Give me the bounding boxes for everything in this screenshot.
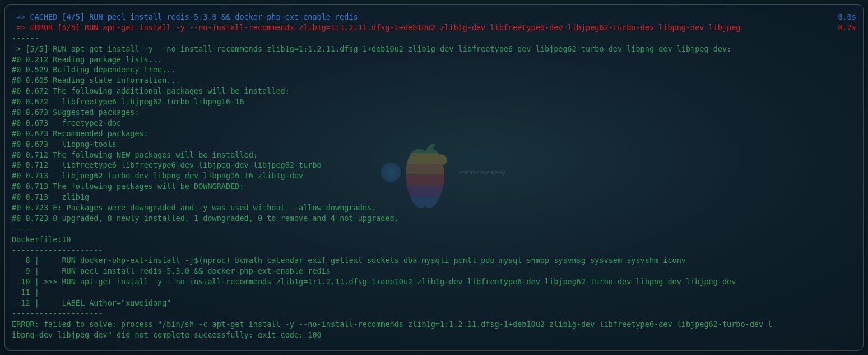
output-line: #0 0.723 0 upgraded, 8 newly installed, … [12, 213, 856, 224]
output-line: #0 0.672 libfreetype6 libjpeg62-turbo li… [12, 96, 856, 107]
output-line: #0 0.713 zlib1g [12, 192, 856, 202]
output-line: 11 | [12, 287, 856, 298]
output-line: #0 0.712 libfreetype6 libfreetype6-dev l… [12, 160, 856, 170]
output-line: #0 0.723 E: Packages were downgraded and… [12, 202, 856, 213]
output-line: Dockerfile:10 [12, 234, 856, 245]
output-line: ------ [12, 224, 856, 234]
output-line: ------ [12, 33, 856, 44]
cached-step-time: 0.0s [833, 12, 856, 22]
build-step-cached: => CACHED [4/5] RUN pecl install redis-5… [12, 12, 856, 22]
output-line: #0 0.673 Recommended packages: [12, 128, 856, 139]
output-line: -------------------- [12, 245, 856, 256]
error-step-text: ERROR [5/5] RUN apt-get install -y --no-… [30, 23, 741, 32]
output-line: #0 0.529 Building dependency tree... [12, 64, 856, 75]
terminal-output[interactable]: ------ > [5/5] RUN apt-get install -y --… [12, 33, 856, 340]
output-line: > [5/5] RUN apt-get install -y --no-inst… [12, 44, 856, 54]
output-line: -------------------- [12, 308, 856, 319]
output-line: ERROR: failed to solve: process "/bin/sh… [12, 319, 856, 330]
cached-step-text: CACHED [4/5] RUN pecl install redis-5.3.… [30, 12, 358, 21]
output-line: #0 0.713 libjpeg62-turbo-dev libpng-dev … [12, 170, 856, 181]
output-line: #0 0.605 Reading state information... [12, 75, 856, 86]
output-line: #0 0.673 libpng-tools [12, 139, 856, 150]
output-line: #0 0.212 Reading package lists... [12, 54, 856, 65]
build-step-error: => ERROR [5/5] RUN apt-get install -y --… [12, 22, 856, 33]
error-step-time: 0.7s [833, 22, 856, 33]
output-line: 8 | RUN docker-php-ext-install -j$(nproc… [12, 255, 856, 266]
terminal-window[interactable]: => CACHED [4/5] RUN pecl install redis-5… [4, 4, 864, 351]
output-line: #0 0.673 Suggested packages: [12, 107, 856, 118]
arrow-icon: => [12, 12, 30, 21]
output-line: #0 0.712 The following NEW packages will… [12, 150, 856, 160]
output-line: 10 | >>> RUN apt-get install -y --no-ins… [12, 276, 856, 287]
output-line: 9 | RUN pecl install redis-5.3.0 && dock… [12, 266, 856, 276]
arrow-icon: => [12, 23, 30, 32]
output-line: ibpng-dev libjpeg-dev" did not complete … [12, 330, 856, 340]
output-line: #0 0.673 freetype2-doc [12, 118, 856, 128]
output-line: #0 0.713 The following packages will be … [12, 181, 856, 192]
output-line: #0 0.672 The following additional packag… [12, 86, 856, 96]
output-line: 12 | LABEL Author="xuweidong" [12, 298, 856, 308]
